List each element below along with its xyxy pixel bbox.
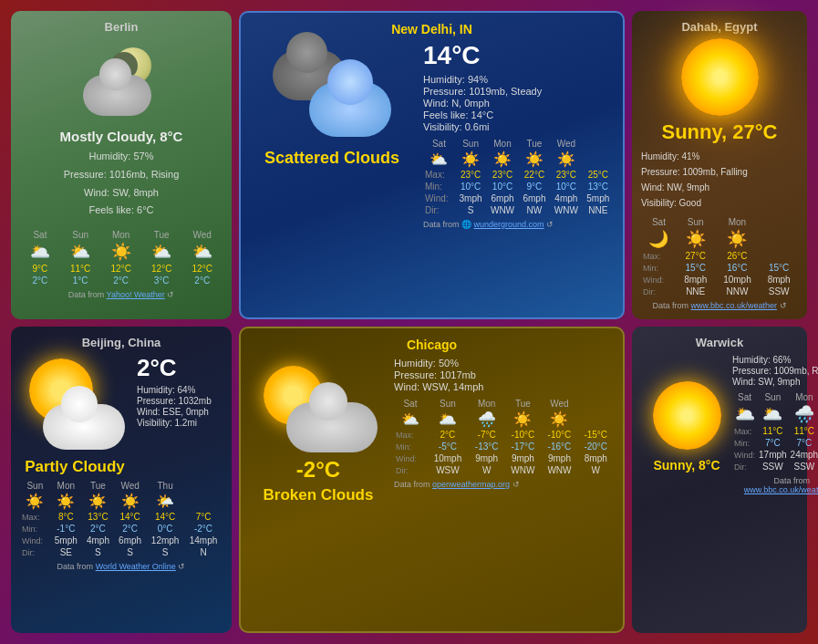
warwick-humidity: Humidity: 66% <box>732 355 818 365</box>
chicago-fc-min-0: -5°C <box>427 441 469 452</box>
dahab-fc-day-0: Sat <box>641 216 677 228</box>
berlin-fc-day-3: Tue <box>141 229 182 241</box>
warwick-fc-day-0: Sat <box>732 391 757 403</box>
dahab-card: Dahab, Egypt Sunny, 27°C Humidity: 41% P… <box>632 11 807 319</box>
warwick-source-link[interactable]: www.bbc.co.uk/weather <box>744 485 818 494</box>
chicago-fc-wind-2: 9mph <box>504 452 541 464</box>
dahab-fc-icon-2: ☀️ <box>715 228 761 250</box>
warwick-label-dir: Dir: <box>732 461 757 473</box>
chicago-fc-max-1: -7°C <box>469 429 504 441</box>
delhi-fc-max-3: 23°C <box>550 169 583 181</box>
beijing-fc-dir-1: S <box>82 546 114 558</box>
warwick-source: Data from www.bbc.co.uk/weather ↺ <box>732 476 818 494</box>
berlin-fc-icon-2: ☀️ <box>100 241 141 263</box>
berlin-fc-max-3: 12°C <box>141 263 182 275</box>
dahab-label-wind: Wind: <box>641 274 677 286</box>
chicago-label-max: Max: <box>394 429 427 441</box>
beijing-fc-wind-2: 6mph <box>114 535 146 546</box>
dahab-source: Data from www.bbc.co.uk/weather ↺ <box>641 301 798 310</box>
berlin-pressure: Pressure: 1016mb, Rising <box>64 166 180 184</box>
delhi-source: Data from 🌐 wunderground.com ↺ <box>423 220 614 229</box>
delhi-label-dir: Dir: <box>423 204 455 216</box>
beijing-wind: Wind: ESE, 0mph <box>137 407 223 417</box>
berlin-title: Berlin <box>105 20 139 34</box>
chicago-fc-day-1: Sun <box>427 398 469 410</box>
warwick-forecast-table: Sat Sun Mon 🌥️ 🌥️ 🌧️ Max: 11°C 11°C 10°C… <box>732 391 818 473</box>
delhi-fc-wind-2: 6mph <box>519 192 550 204</box>
chicago-fc-wind-0: 10mph <box>427 452 469 464</box>
beijing-fc-icon-2: ☀️ <box>82 492 114 511</box>
warwick-fc-icon-2: 🌧️ <box>789 403 818 425</box>
delhi-fc-icon-1: ☀️ <box>455 150 486 169</box>
beijing-source-link[interactable]: World Weather Online <box>96 562 176 571</box>
berlin-fc-day-0: Sat <box>20 229 60 241</box>
warwick-condition: Sunny, 8°C <box>653 458 720 473</box>
beijing-fc-min-2: 2°C <box>114 523 146 535</box>
dahab-weather-icon <box>681 38 759 116</box>
chicago-fc-min-1: -13°C <box>469 441 504 452</box>
beijing-fc-dir-3: S <box>146 546 184 558</box>
delhi-source-link[interactable]: wunderground.com <box>474 220 544 229</box>
delhi-fc-day-2: Mon <box>486 138 519 150</box>
delhi-fc-wind-3: 4mph <box>550 192 583 204</box>
chicago-fc-max-0: 2°C <box>427 429 469 441</box>
berlin-fc-min-1: 1°C <box>60 275 101 286</box>
delhi-temp: 14°C <box>423 41 614 70</box>
beijing-fc-min-1: 2°C <box>82 523 114 535</box>
warwick-label-min: Min: <box>732 437 757 449</box>
beijing-fc-icon-0: ☀️ <box>20 492 50 511</box>
delhi-right: 14°C Humidity: 94% Pressure: 1019mb, Ste… <box>423 41 614 229</box>
delhi-fc-max-4: 25°C <box>583 169 614 181</box>
beijing-fc-day-1: Mon <box>50 480 82 492</box>
beijing-label-dir: Dir: <box>20 546 50 558</box>
warwick-right: Humidity: 66% Pressure: 1009mb, Rising W… <box>732 354 818 494</box>
dahab-source-link[interactable]: www.bbc.co.uk/weather <box>690 301 777 310</box>
chicago-fc-icon-3: ☀️ <box>504 410 541 429</box>
berlin-stats: Humidity: 57% Pressure: 1016mb, Rising W… <box>64 148 180 220</box>
warwick-fc-day-1: Sun <box>757 391 789 403</box>
beijing-fc-wind-3: 12mph <box>146 535 184 546</box>
berlin-fc-max-4: 12°C <box>181 263 223 275</box>
warwick-fc-wind-0: 17mph <box>757 449 789 461</box>
warwick-label-wind: Wind: <box>732 449 757 461</box>
delhi-fc-icon-0: ⛅ <box>423 150 455 169</box>
dahab-label-min: Min: <box>641 262 677 274</box>
delhi-fc-dir-3: WNW <box>550 204 583 216</box>
chicago-fc-icon-0: ⛅ <box>394 410 427 429</box>
beijing-fc-dir-4: N <box>184 546 223 558</box>
delhi-inner: Scattered Clouds 14°C Humidity: 94% Pres… <box>250 41 614 229</box>
delhi-condition: Scattered Clouds <box>264 149 399 168</box>
beijing-pressure: Pressure: 1032mb <box>137 396 223 406</box>
beijing-forecast-table: Sun Mon Tue Wed Thu ☀️ ☀️ ☀️ ☀️ 🌤️ Max: … <box>20 480 223 558</box>
beijing-fc-min-3: 0°C <box>146 523 184 535</box>
delhi-fc-icon-4: ☀️ <box>550 150 583 169</box>
dahab-fc-wind-0: 8mph <box>677 274 715 286</box>
beijing-title: Beijing, China <box>20 336 223 349</box>
dahab-title: Dahab, Egypt <box>641 20 798 34</box>
warwick-fc-wind-1: 24mph <box>789 449 818 461</box>
beijing-weather-icon <box>25 358 125 450</box>
chicago-left: -2°C Broken Clouds <box>250 357 387 504</box>
berlin-source-link[interactable]: Yahoo! Weather <box>107 290 165 299</box>
beijing-left: Partly Cloudy <box>20 354 129 476</box>
chicago-fc-day-0: Sat <box>394 398 427 410</box>
dahab-fc-min-0: 15°C <box>677 262 715 274</box>
warwick-label-max: Max: <box>732 425 757 437</box>
berlin-fc-day-2: Mon <box>100 229 141 241</box>
delhi-fc-min-0: 10°C <box>455 181 486 192</box>
dahab-fc-min-1: 16°C <box>715 262 761 274</box>
chicago-title: Chicago <box>250 338 614 352</box>
delhi-fc-min-1: 10°C <box>486 181 519 192</box>
berlin-fc-max-1: 11°C <box>60 263 101 275</box>
chicago-fc-min-3: -16°C <box>541 441 577 452</box>
dahab-fc-day-1: Sun <box>677 216 715 228</box>
chicago-source-link[interactable]: openweathermap.org <box>432 480 510 489</box>
delhi-fc-day-0: Sat <box>423 138 455 150</box>
dahab-humidity: Humidity: 41% <box>641 149 798 164</box>
warwick-fc-day-2: Mon <box>789 391 818 403</box>
delhi-fc-max-0: 23°C <box>455 169 486 181</box>
delhi-fc-day-1: Sun <box>455 138 486 150</box>
chicago-weather-icon <box>259 361 378 452</box>
berlin-fc-icon-3: ⛅ <box>141 241 182 263</box>
chicago-fc-max-2: -10°C <box>504 429 541 441</box>
